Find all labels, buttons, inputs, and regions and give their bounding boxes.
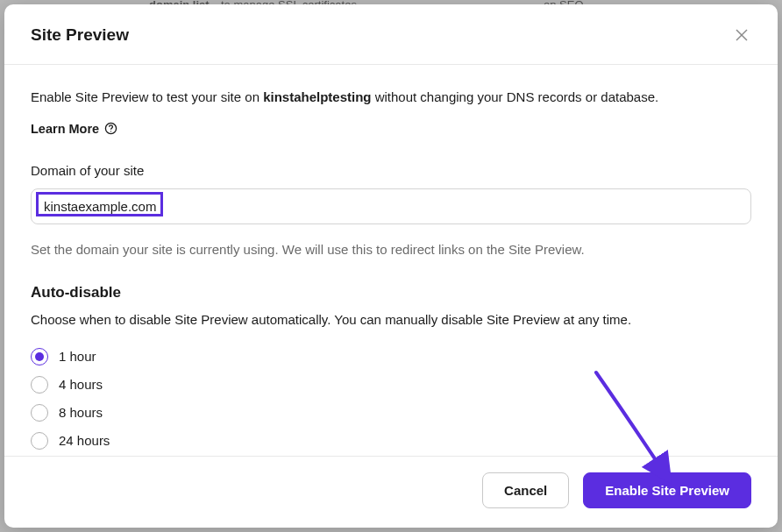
radio-label: 1 hour [59, 349, 96, 364]
domain-field-label: Domain of your site [31, 163, 751, 178]
modal-footer: Cancel Enable Site Preview [4, 456, 778, 528]
domain-helper-text: Set the domain your site is currently us… [31, 240, 751, 260]
radio-icon [31, 376, 48, 394]
learn-more-label: Learn More [31, 122, 99, 136]
radio-label: 4 hours [59, 377, 103, 392]
close-icon [736, 29, 748, 41]
intro-text: Enable Site Preview to test your site on… [31, 88, 751, 108]
radio-label: 24 hours [59, 433, 110, 448]
intro-prefix: Enable Site Preview to test your site on [31, 89, 263, 104]
svg-point-3 [110, 131, 111, 131]
radio-icon [31, 348, 48, 365]
domain-input-wrap [31, 188, 751, 224]
modal-header: Site Preview [4, 4, 778, 65]
help-icon [104, 122, 117, 135]
radio-icon [31, 432, 48, 450]
auto-disable-heading: Auto-disable [31, 284, 751, 301]
close-button[interactable] [732, 25, 751, 45]
radio-option-4h[interactable]: 4 hours [31, 376, 751, 394]
modal-title: Site Preview [31, 25, 129, 45]
site-preview-modal: Site Preview Enable Site Preview to test… [4, 4, 778, 528]
intro-site-name: kinstahelptesting [263, 89, 371, 104]
radio-option-1h[interactable]: 1 hour [31, 348, 751, 365]
auto-disable-radio-group: 1 hour4 hours8 hours24 hours [31, 348, 751, 450]
cancel-button[interactable]: Cancel [482, 472, 569, 508]
radio-option-24h[interactable]: 24 hours [31, 432, 751, 450]
auto-disable-description: Choose when to disable Site Preview auto… [31, 310, 751, 330]
radio-label: 8 hours [59, 405, 103, 420]
domain-input[interactable] [31, 188, 751, 224]
radio-icon [31, 404, 48, 422]
intro-suffix: without changing your DNS records or dat… [372, 89, 659, 104]
enable-site-preview-button[interactable]: Enable Site Preview [583, 472, 751, 508]
radio-option-8h[interactable]: 8 hours [31, 404, 751, 422]
radio-dot-icon [35, 352, 44, 361]
learn-more-link[interactable]: Learn More [31, 122, 117, 136]
modal-body: Enable Site Preview to test your site on… [4, 65, 778, 456]
